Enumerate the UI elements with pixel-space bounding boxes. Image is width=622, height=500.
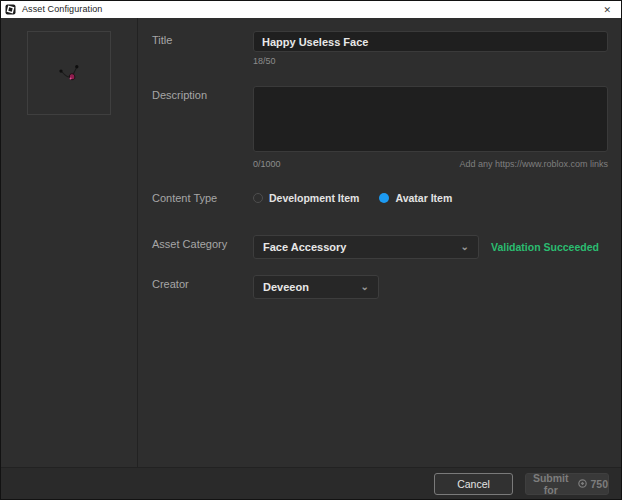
radio-unselected-icon[interactable] [253,193,263,203]
radio-selected-icon[interactable] [379,193,389,203]
description-row: Description 0/1000 Add any https://www.r… [152,86,608,169]
radio-development-item[interactable]: Development Item [253,192,359,204]
footer-bar: Cancel Submit for 750 [1,467,621,499]
asset-preview-thumbnail [27,31,111,115]
close-icon[interactable]: ✕ [601,5,613,15]
face-preview-image [28,32,110,114]
titlebar: Asset Configuration ✕ [1,1,621,18]
submit-price: 750 [590,478,608,490]
chevron-down-icon: ⌄ [461,242,469,252]
window-title: Asset Configuration [22,1,595,18]
creator-row: Creator Deveeon ⌄ [152,275,608,299]
validation-status: Validation Succeeded [491,241,599,253]
radio-avatar-item[interactable]: Avatar Item [379,192,452,204]
asset-configuration-window: Asset Configuration ✕ Title 1 [0,0,622,500]
title-row: Title 18/50 [152,31,608,66]
description-hint: Add any https://www.roblox.com links [459,159,608,169]
description-label: Description [152,86,253,169]
asset-category-label: Asset Category [152,235,253,259]
chevron-down-icon: ⌄ [361,282,369,292]
content-type-label: Content Type [152,189,253,204]
description-char-counter: 0/1000 [253,159,281,169]
form-panel: Title 18/50 Description 0/1000 Add any h… [138,18,621,467]
title-char-counter: 18/50 [253,56,608,66]
cancel-button[interactable]: Cancel [434,473,513,495]
submit-button[interactable]: Submit for 750 [525,473,609,495]
title-label: Title [152,31,253,66]
asset-category-row: Asset Category Face Accessory ⌄ Validati… [152,235,608,259]
creator-value: Deveeon [263,281,309,293]
description-input[interactable] [253,86,608,152]
radio-avatar-item-label: Avatar Item [395,192,452,204]
title-input[interactable] [253,31,608,52]
asset-category-value: Face Accessory [263,241,346,253]
creator-dropdown[interactable]: Deveeon ⌄ [253,275,379,299]
preview-sidebar [1,18,138,467]
robux-icon [578,479,587,488]
asset-category-dropdown[interactable]: Face Accessory ⌄ [253,235,479,259]
radio-development-item-label: Development Item [269,192,359,204]
roblox-studio-icon [5,4,16,15]
submit-button-label: Submit for [526,472,575,496]
creator-label: Creator [152,275,253,299]
content-type-row: Content Type Development Item Avatar Ite… [152,189,608,204]
